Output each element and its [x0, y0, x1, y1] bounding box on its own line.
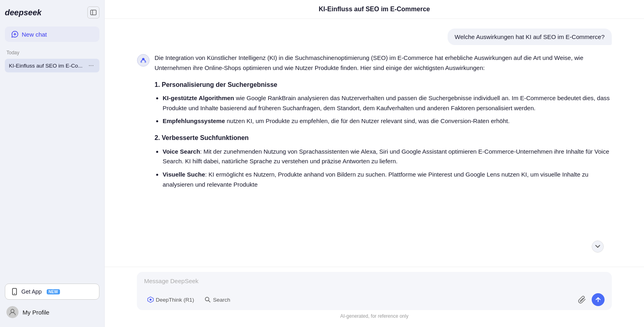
svg-point-4: [11, 309, 14, 313]
list-item: Voice Search: Mit der zunehmenden Nutzun…: [163, 147, 612, 167]
new-chat-icon: [11, 31, 19, 38]
deepthink-icon: [147, 296, 154, 303]
send-icon: [595, 297, 601, 302]
attach-button[interactable]: [576, 293, 588, 306]
list-item: KI-gestützte Algorithmen wie Google Rank…: [163, 93, 612, 113]
input-area: DeepThink (R1) Search: [105, 267, 644, 327]
deepthink-label: DeepThink (R1): [156, 297, 194, 303]
main-panel: KI-Einfluss auf SEO im E-Commerce Welche…: [105, 0, 644, 327]
footer-note: AI-generated, for reference only: [137, 313, 612, 319]
new-badge: NEW: [47, 289, 60, 294]
get-app-button[interactable]: Get App NEW: [5, 284, 99, 300]
message-input[interactable]: [144, 278, 605, 289]
svg-point-3: [14, 293, 15, 294]
collapse-sidebar-button[interactable]: [87, 6, 99, 19]
profile-label: My Profile: [23, 309, 50, 316]
chat-more-button[interactable]: ···: [87, 62, 95, 69]
chevron-down-icon: [595, 244, 601, 249]
section-2-list: Voice Search: Mit der zunehmenden Nutzun…: [163, 147, 612, 190]
deepthink-button[interactable]: DeepThink (R1): [144, 295, 197, 304]
ai-avatar-icon: [137, 54, 150, 67]
sidebar: deepseek New chat Today KI-Einfluss auf …: [0, 0, 105, 327]
svg-point-8: [144, 61, 146, 63]
svg-line-12: [208, 300, 210, 302]
toolbar-right: [576, 293, 605, 306]
message-input-box: DeepThink (R1) Search: [137, 272, 612, 310]
section-2-title: 2. Verbesserte Suchfunktionen: [155, 133, 612, 143]
scroll-down-button[interactable]: [592, 241, 604, 253]
svg-rect-0: [91, 10, 96, 15]
app-logo: deepseek: [5, 8, 41, 17]
avatar: [6, 306, 19, 318]
ai-response-content: Die Integration von Künstlicher Intellig…: [155, 53, 612, 194]
input-toolbar: DeepThink (R1) Search: [144, 293, 605, 306]
ai-intro-text: Die Integration von Künstlicher Intellig…: [155, 53, 612, 73]
phone-icon: [11, 288, 18, 295]
new-chat-label: New chat: [22, 31, 47, 38]
section-1-list: KI-gestützte Algorithmen wie Google Rank…: [163, 93, 612, 126]
search-button[interactable]: Search: [201, 295, 233, 304]
today-section: Today KI-Einfluss auf SEO im E-Co... ···: [5, 50, 99, 72]
get-app-label: Get App: [21, 288, 42, 295]
topbar: KI-Einfluss auf SEO im E-Commerce: [105, 0, 644, 19]
new-chat-button[interactable]: New chat: [5, 27, 99, 42]
svg-point-10: [150, 299, 152, 301]
search-icon: [204, 296, 211, 303]
svg-point-6: [142, 58, 144, 60]
sidebar-footer: Get App NEW My Profile: [5, 284, 99, 321]
collapse-icon: [90, 9, 97, 16]
list-item: Empfehlungssysteme nutzen KI, um Produkt…: [163, 116, 612, 126]
send-button[interactable]: [592, 293, 605, 306]
section-1-title: 1. Personalisierung der Suchergebnisse: [155, 80, 612, 90]
user-message: Welche Auswirkungen hat KI auf SEO im E-…: [448, 29, 612, 45]
chat-history-item[interactable]: KI-Einfluss auf SEO im E-Co... ···: [5, 59, 99, 72]
today-label: Today: [5, 50, 99, 56]
sidebar-header: deepseek: [5, 6, 99, 19]
profile-row[interactable]: My Profile: [5, 304, 99, 321]
ai-message: Die Integration von Künstlicher Intellig…: [137, 53, 612, 194]
chat-item-title: KI-Einfluss auf SEO im E-Co...: [9, 63, 87, 69]
search-label: Search: [213, 297, 230, 303]
svg-point-7: [140, 61, 142, 63]
conversation-title: KI-Einfluss auf SEO im E-Commerce: [319, 6, 430, 12]
chat-area: Welche Auswirkungen hat KI auf SEO im E-…: [105, 19, 644, 267]
list-item: Visuelle Suche: KI ermöglicht es Nutzern…: [163, 170, 612, 190]
paperclip-icon: [578, 295, 586, 304]
